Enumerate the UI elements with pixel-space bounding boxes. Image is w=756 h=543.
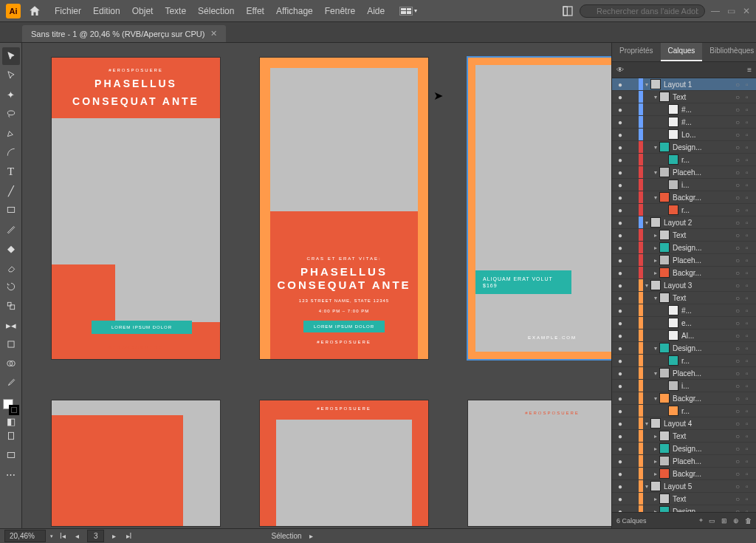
target-icon[interactable]: ○ <box>735 131 746 139</box>
visibility-toggle-icon[interactable]: ● <box>612 219 628 227</box>
selection-tool[interactable] <box>2 47 20 65</box>
layer-row[interactable]: ●▸Design...○▫ <box>612 242 756 254</box>
tab-properties[interactable]: Propriétés <box>612 43 661 61</box>
select-square-icon[interactable]: ▫ <box>746 106 756 114</box>
shaper-tool[interactable]: ◆ <box>2 239 20 257</box>
select-square-icon[interactable]: ▫ <box>746 407 756 415</box>
layer-row[interactable]: ●#...○▫ <box>612 103 756 116</box>
grid-view-icon[interactable] <box>399 7 413 16</box>
locate-layer-icon[interactable]: ⌖ <box>699 516 703 525</box>
layer-name[interactable]: Backgr... <box>673 395 735 403</box>
visibility-toggle-icon[interactable]: ● <box>612 395 628 403</box>
target-icon[interactable]: ○ <box>735 143 746 151</box>
width-tool[interactable]: ▸◂ <box>2 316 20 334</box>
target-icon[interactable]: ○ <box>735 332 746 340</box>
artboard-6[interactable]: #EROSPOSUERE <box>468 400 611 526</box>
artboard-number[interactable]: 3 <box>87 530 105 542</box>
layer-name[interactable]: Text <box>673 432 735 440</box>
visibility-toggle-icon[interactable]: ● <box>612 294 628 302</box>
document-tab[interactable]: Sans titre - 1 @ 20,46 % (RVB/Aperçu sur… <box>22 25 226 42</box>
fill-stroke-swatch[interactable] <box>3 399 19 415</box>
layer-name[interactable]: #... <box>681 106 735 114</box>
expand-arrow-icon[interactable]: ▾ <box>643 81 650 88</box>
menu-effet[interactable]: Effet <box>240 3 269 19</box>
minimize-button[interactable]: — <box>711 6 720 16</box>
layer-row[interactable]: ●r...○▫ <box>612 204 756 216</box>
layer-name[interactable]: Layout 1 <box>664 81 735 89</box>
magic-wand-tool[interactable]: ✦ <box>2 86 20 103</box>
panel-menu-icon[interactable]: ≡ <box>747 66 752 74</box>
visibility-toggle-icon[interactable]: ● <box>612 357 628 365</box>
layer-row[interactable]: ●▾Layout 5○▫ <box>612 480 756 493</box>
zoom-level[interactable]: 20,46% <box>4 530 46 542</box>
target-icon[interactable]: ○ <box>735 219 746 227</box>
visibility-toggle-icon[interactable]: ● <box>612 307 628 315</box>
menu-aide[interactable]: Aide <box>361 3 391 19</box>
target-icon[interactable]: ○ <box>735 482 746 491</box>
layer-row[interactable]: ●#...○▫ <box>612 304 756 317</box>
target-icon[interactable]: ○ <box>735 206 746 214</box>
target-icon[interactable]: ○ <box>735 319 746 327</box>
paintbrush-tool[interactable] <box>2 220 20 238</box>
layer-name[interactable]: Design... <box>673 344 735 352</box>
visibility-toggle-icon[interactable]: ● <box>612 319 628 327</box>
maximize-button[interactable]: ▭ <box>727 6 735 16</box>
layer-row[interactable]: ●Al...○▫ <box>612 329 756 342</box>
visibility-toggle-icon[interactable]: ● <box>612 256 628 264</box>
layer-name[interactable]: Lo... <box>681 131 735 139</box>
expand-arrow-icon[interactable]: ▸ <box>652 433 659 440</box>
select-square-icon[interactable]: ▫ <box>746 156 756 164</box>
shape-builder-tool[interactable] <box>2 355 20 372</box>
select-square-icon[interactable]: ▫ <box>746 181 756 189</box>
select-square-icon[interactable]: ▫ <box>746 168 756 177</box>
layer-row[interactable]: ●i...○▫ <box>612 179 756 191</box>
curvature-tool[interactable] <box>2 143 20 161</box>
visibility-toggle-icon[interactable]: ● <box>612 118 628 126</box>
target-icon[interactable]: ○ <box>735 407 746 415</box>
layer-name[interactable]: Text <box>673 294 735 302</box>
select-square-icon[interactable]: ▫ <box>746 244 756 252</box>
layer-name[interactable]: Placeh... <box>673 457 735 465</box>
layer-row[interactable]: ●r...○▫ <box>612 355 756 367</box>
menu-fichier[interactable]: Fichier <box>49 3 87 19</box>
layer-name[interactable]: r... <box>681 407 735 415</box>
target-icon[interactable]: ○ <box>735 81 746 89</box>
layer-row[interactable]: ●Lo...○▫ <box>612 129 756 141</box>
artboard-2[interactable]: CRAS ET ERAT VITAE: PHASELLUS CONSEQUAT … <box>260 58 428 359</box>
target-icon[interactable]: ○ <box>735 307 746 315</box>
select-square-icon[interactable]: ▫ <box>746 382 756 390</box>
menu-edition[interactable]: Edition <box>87 3 126 19</box>
visibility-toggle-icon[interactable]: ● <box>612 420 628 428</box>
expand-arrow-icon[interactable]: ▾ <box>652 395 659 402</box>
expand-arrow-icon[interactable]: ▾ <box>652 194 659 201</box>
select-square-icon[interactable]: ▫ <box>746 206 756 214</box>
expand-arrow-icon[interactable]: ▾ <box>652 370 659 377</box>
menu-affichage[interactable]: Affichage <box>270 3 319 19</box>
visibility-toggle-icon[interactable]: ● <box>612 181 628 189</box>
artboard-3[interactable]: #EROSPOSUERE ALIQUAM ERAT VOLUT $169 EXA… <box>468 58 611 359</box>
layer-name[interactable]: i... <box>681 382 735 390</box>
visibility-toggle-icon[interactable]: ● <box>612 244 628 252</box>
visibility-toggle-icon[interactable]: ● <box>612 206 628 214</box>
visibility-toggle-icon[interactable]: ● <box>612 106 628 114</box>
target-icon[interactable]: ○ <box>735 156 746 164</box>
layer-row[interactable]: ●r...○▫ <box>612 154 756 166</box>
canvas[interactable]: #EROSPOSUERE PHASELLUS CONSEQUAT ANTE LO… <box>22 43 611 528</box>
layer-row[interactable]: ●▸Text○▫ <box>612 493 756 505</box>
select-square-icon[interactable]: ▫ <box>746 294 756 302</box>
select-square-icon[interactable]: ▫ <box>746 457 756 465</box>
select-square-icon[interactable]: ▫ <box>746 281 756 290</box>
visibility-toggle-icon[interactable]: ● <box>612 482 628 491</box>
visibility-toggle-icon[interactable]: ● <box>612 432 628 440</box>
layer-name[interactable]: Backgr... <box>673 470 735 478</box>
select-square-icon[interactable]: ▫ <box>746 143 756 151</box>
target-icon[interactable]: ○ <box>735 281 746 290</box>
expand-arrow-icon[interactable]: ▾ <box>652 345 659 352</box>
visibility-toggle-icon[interactable]: ● <box>612 131 628 139</box>
visibility-toggle-icon[interactable]: ● <box>612 382 628 390</box>
layer-name[interactable]: r... <box>681 206 735 214</box>
close-tab-icon[interactable]: ✕ <box>210 29 217 38</box>
target-icon[interactable]: ○ <box>735 194 746 202</box>
expand-arrow-icon[interactable]: ▾ <box>643 219 650 226</box>
type-tool[interactable]: T <box>2 163 20 180</box>
